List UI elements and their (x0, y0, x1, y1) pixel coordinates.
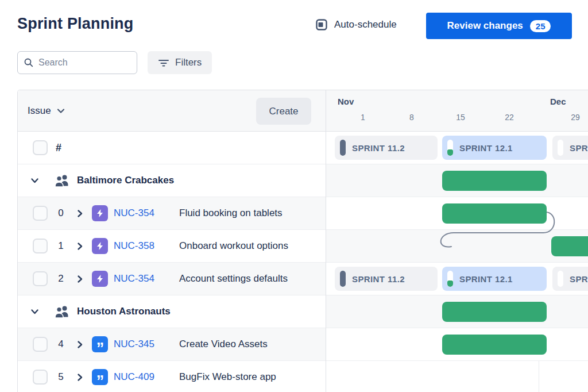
issue-key-link[interactable]: NUC-354 (114, 207, 173, 219)
row-index: 0 (55, 207, 67, 219)
gantt-bar[interactable] (442, 171, 547, 191)
gantt-bar[interactable] (442, 302, 547, 322)
issue-row[interactable]: 5 ” NUC-409 BugFix Web-store app (18, 361, 326, 392)
issue-key-link[interactable]: NUC-345 (114, 339, 173, 350)
auto-schedule-label: Auto-schedule (334, 19, 397, 30)
expand-chevron-icon[interactable] (77, 275, 83, 283)
issue-row[interactable]: 2 NUC-354 Account settings defaults (18, 263, 326, 295)
issue-row[interactable]: 1 NUC-358 Onboard workout options (18, 230, 326, 263)
search-icon (24, 57, 34, 68)
sprint-label: SPRINT 11.2 (352, 274, 405, 284)
issue-row[interactable]: 4 ” NUC-345 Create Video Assets (18, 328, 326, 361)
row-checkbox[interactable] (33, 239, 48, 253)
month-label: Dec (550, 97, 566, 106)
review-changes-button[interactable]: Review changes 25 (426, 13, 572, 39)
page-title: Sprint Planning (17, 15, 134, 33)
sprint-band-row: SPRINT 11.2 SPRINT 12.1 SPR (326, 132, 588, 164)
select-all-row: # (18, 132, 326, 164)
issue-column-label: Issue (28, 105, 51, 117)
group-name: Houston Astronauts (77, 306, 171, 317)
issue-summary: Fluid booking on tablets (179, 207, 283, 219)
review-changes-badge: 25 (530, 20, 551, 32)
expand-chevron-icon[interactable] (77, 209, 83, 218)
sprint-pill[interactable]: SPRINT 11.2 (335, 267, 438, 291)
expand-chevron-icon[interactable] (77, 242, 83, 251)
row-index: 1 (55, 240, 67, 252)
select-all-checkbox[interactable] (33, 140, 48, 155)
sprint-status-capsule (558, 271, 563, 287)
timeline-row (326, 164, 588, 197)
sprint-planning-table: Issue Create # (17, 90, 588, 392)
sprint-label: SPR (570, 143, 588, 153)
epic-icon (92, 238, 108, 254)
search-box[interactable] (17, 51, 137, 74)
epic-icon (92, 205, 108, 221)
story-icon: ” (92, 336, 108, 352)
collapse-chevron-icon[interactable] (30, 178, 39, 184)
issue-summary: Onboard workout options (179, 240, 288, 252)
expand-chevron-icon[interactable] (77, 340, 83, 349)
row-checkbox[interactable] (33, 271, 48, 286)
issue-key-link[interactable]: NUC-409 (114, 371, 173, 383)
issue-panel: Issue Create # (18, 90, 326, 392)
date-tick: 29 (567, 113, 583, 122)
date-tick: 15 (452, 113, 469, 122)
collapse-chevron-icon[interactable] (30, 309, 39, 315)
timeline-row (326, 328, 588, 361)
issue-key-link[interactable]: NUC-358 (114, 240, 173, 252)
row-index: 5 (55, 371, 67, 383)
filter-icon (158, 58, 169, 67)
issue-column-dropdown[interactable]: Issue (28, 90, 65, 132)
sprint-pill[interactable]: SPR (552, 267, 588, 291)
timeline-panel: Nov 1 8 15 22 Dec 29 SPRINT 11.2 SPRINT … (326, 90, 588, 392)
group-name: Baltimore Crabcakes (77, 175, 174, 186)
team-icon (54, 174, 70, 187)
sprint-label: SPRINT 12.1 (459, 274, 513, 284)
row-checkbox[interactable] (33, 370, 48, 385)
timeline-row (326, 197, 588, 230)
gantt-bar[interactable] (551, 236, 588, 256)
sprint-status-capsule (340, 271, 346, 287)
expand-chevron-icon[interactable] (77, 373, 83, 382)
row-index: 4 (55, 339, 67, 350)
row-checkbox[interactable] (33, 206, 48, 221)
gantt-bar[interactable] (442, 203, 547, 224)
sprint-pill[interactable]: SPRINT 11.2 (335, 136, 438, 160)
issue-row[interactable]: 0 NUC-354 Fluid booking on tablets (18, 197, 326, 230)
issue-panel-header: Issue Create (18, 90, 326, 132)
story-icon: ” (92, 369, 108, 385)
sprint-status-capsule (447, 271, 453, 287)
sprint-label: SPRINT 11.2 (352, 143, 405, 153)
group-row-baltimore[interactable]: Baltimore Crabcakes (18, 164, 326, 197)
issue-summary: BugFix Web-store app (179, 371, 276, 383)
timeline-header: Nov 1 8 15 22 Dec 29 (326, 90, 588, 132)
date-tick: 1 (355, 113, 371, 122)
sprint-pill[interactable]: SPRINT 12.1 (442, 136, 547, 160)
create-button[interactable]: Create (256, 98, 311, 125)
auto-schedule-toggle[interactable]: Auto-schedule (316, 19, 397, 30)
filters-button[interactable]: Filters (148, 51, 212, 74)
sprint-pill[interactable]: SPRINT 12.1 (442, 267, 547, 291)
issue-summary: Account settings defaults (179, 273, 288, 285)
gantt-bar[interactable] (442, 335, 547, 355)
sprint-status-capsule (340, 140, 346, 156)
sprint-label: SPRINT 12.1 (459, 143, 513, 153)
hash-column-label: # (56, 142, 61, 154)
filters-label: Filters (175, 57, 202, 68)
date-tick: 8 (404, 113, 420, 122)
sprint-label: SPR (570, 274, 588, 284)
sprint-status-capsule (447, 140, 453, 156)
epic-icon (92, 271, 108, 287)
month-label: Nov (338, 97, 354, 106)
sprint-pill[interactable]: SPR (552, 136, 588, 160)
timeline-row (326, 230, 588, 263)
sprint-status-capsule (558, 140, 563, 156)
issue-key-link[interactable]: NUC-354 (114, 273, 173, 285)
search-input[interactable] (38, 57, 119, 68)
timeline-row (326, 295, 588, 328)
group-row-houston[interactable]: Houston Astronauts (18, 295, 326, 328)
chevron-down-icon (57, 108, 65, 114)
row-checkbox[interactable] (33, 337, 48, 352)
team-icon (54, 305, 70, 318)
review-changes-label: Review changes (447, 20, 523, 32)
